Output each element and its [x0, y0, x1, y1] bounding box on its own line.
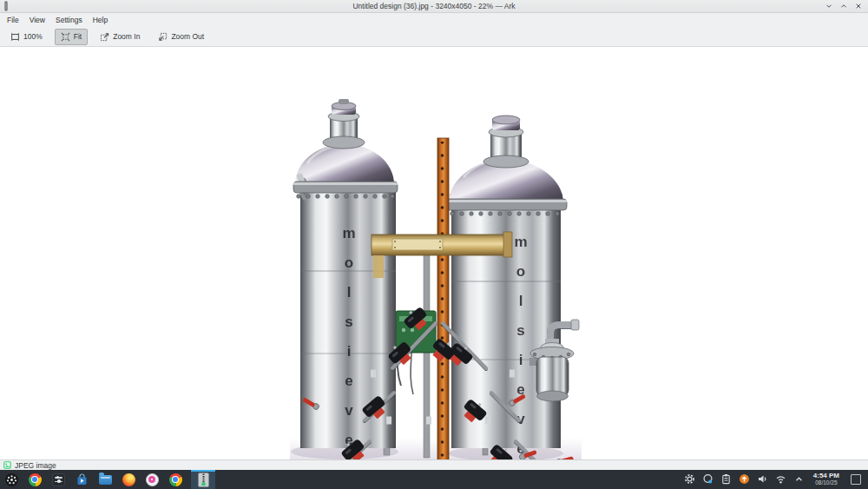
- zoom-original-button[interactable]: 100%: [4, 29, 49, 45]
- file-type-label: JPEG image: [15, 461, 56, 470]
- toolbar: 100% Fit Zoom In Zoom Out: [0, 27, 868, 47]
- taskbar: 4:54 PM 08/10/25: [0, 470, 868, 489]
- zoom-out-icon: [158, 32, 168, 42]
- app-launcher-icon: [5, 473, 18, 486]
- chrome-profile-launcher[interactable]: [168, 472, 183, 487]
- photo-mol-sieve-skid: molsieve molsieve: [290, 97, 582, 459]
- discover-bag-icon: [76, 473, 89, 486]
- tray-wifi-icon[interactable]: [775, 473, 787, 486]
- ark-archive-icon: [198, 472, 209, 487]
- tray-status-circle-icon[interactable]: [702, 473, 714, 486]
- orange-strut: [437, 138, 449, 459]
- file-manager-launcher[interactable]: [97, 472, 113, 487]
- minimize-button[interactable]: [823, 1, 834, 11]
- zoom-original-icon: [10, 32, 20, 42]
- chrome-icon: [169, 473, 182, 486]
- firefox-icon: [122, 473, 135, 486]
- menu-file[interactable]: File: [2, 14, 24, 26]
- menubar: File View Settings Help: [0, 13, 868, 27]
- tray-expand-caret-icon[interactable]: [793, 473, 806, 486]
- beam-label-plate: [392, 239, 443, 250]
- titlebar: Untitled design (36).jpg - 3240x4050 - 2…: [0, 0, 868, 13]
- system-settings-launcher[interactable]: [50, 472, 66, 487]
- tray-updates-icon[interactable]: [739, 473, 751, 486]
- chrome-icon: [29, 473, 42, 486]
- menu-help[interactable]: Help: [88, 14, 113, 26]
- ark-active-task[interactable]: [191, 470, 215, 489]
- sliders-icon: [52, 473, 65, 486]
- tray-clipboard-icon[interactable]: [720, 473, 733, 486]
- maximize-button[interactable]: [838, 1, 849, 11]
- menu-view[interactable]: View: [24, 14, 50, 26]
- folder-icon: [99, 475, 112, 485]
- zoom-fit-icon: [61, 32, 70, 42]
- tray-volume-icon[interactable]: [757, 473, 769, 486]
- image-mime-icon: [3, 461, 11, 469]
- system-tray: 4:54 PM 08/10/25: [684, 472, 868, 486]
- media-app-launcher[interactable]: [144, 472, 160, 487]
- chrome-launcher[interactable]: [27, 472, 43, 487]
- discover-launcher[interactable]: [74, 472, 89, 487]
- zoom-in-icon: [100, 32, 109, 42]
- show-desktop-button[interactable]: [851, 474, 861, 485]
- media-app-icon: [146, 473, 159, 486]
- clock-date: 08/10/25: [813, 480, 839, 486]
- statusbar: JPEG image: [0, 459, 868, 470]
- close-button[interactable]: [852, 1, 864, 11]
- zoom-out-button[interactable]: Zoom Out: [152, 29, 210, 45]
- clock-widget[interactable]: 4:54 PM 08/10/25: [813, 472, 839, 486]
- firefox-launcher[interactable]: [121, 472, 136, 487]
- image-viewport: molsieve molsieve: [0, 47, 868, 459]
- menu-settings[interactable]: Settings: [50, 14, 88, 26]
- tray-settings-gear-icon[interactable]: [684, 473, 696, 486]
- app-launcher-button[interactable]: [3, 472, 19, 487]
- zoom-in-button[interactable]: Zoom In: [94, 29, 146, 45]
- zoom-fit-button[interactable]: Fit: [55, 29, 88, 45]
- window-title: Untitled design (36).jpg - 3240x4050 - 2…: [0, 2, 868, 10]
